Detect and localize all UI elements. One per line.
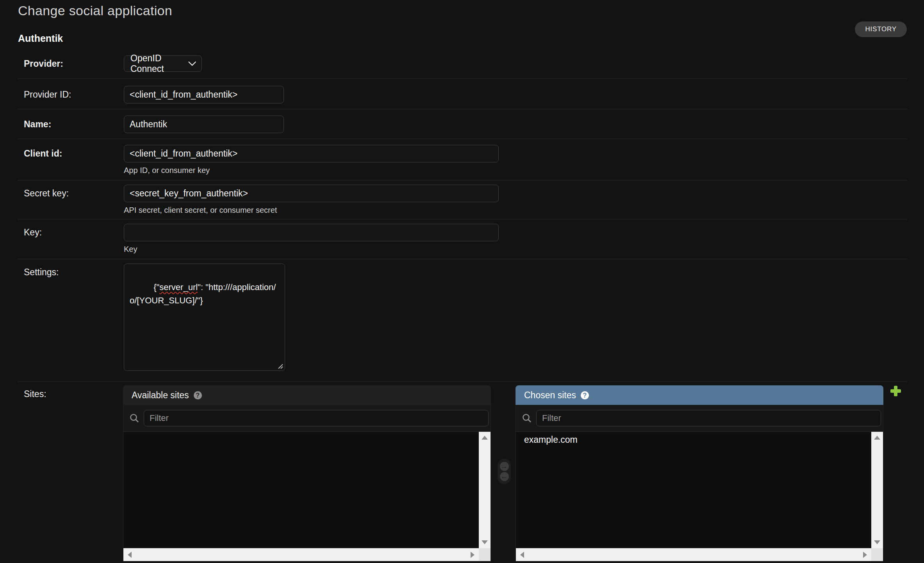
key-label: Key:: [18, 219, 124, 259]
secret-key-label: Secret key:: [18, 180, 124, 219]
client-id-input[interactable]: [124, 145, 499, 162]
secret-key-row: Secret key: API secret, client secret, o…: [18, 180, 907, 219]
settings-label: Settings:: [18, 259, 124, 381]
provider-id-input[interactable]: [124, 86, 284, 103]
name-row: Name:: [18, 109, 907, 139]
name-input[interactable]: [124, 116, 284, 133]
client-id-label: Client id:: [18, 139, 124, 180]
remove-arrow-button[interactable]: ←: [500, 472, 509, 481]
available-filter-input[interactable]: [144, 410, 489, 426]
available-horizontal-scrollbar[interactable]: [123, 548, 479, 561]
client-id-row: Client id: App ID, or consumer key: [18, 139, 907, 180]
available-vertical-scrollbar[interactable]: [479, 432, 491, 548]
sites-row: Sites: Available sites?: [18, 382, 907, 563]
sites-label: Sites:: [24, 389, 46, 399]
provider-id-label: Provider ID:: [18, 79, 124, 109]
transfer-buttons: → ←: [498, 459, 511, 484]
chosen-sites-header: Chosen sites?: [516, 385, 883, 405]
secret-key-input[interactable]: [124, 185, 499, 202]
history-button[interactable]: HISTORY: [855, 21, 907, 37]
scroll-left-icon[interactable]: [520, 552, 524, 558]
chevron-down-icon: [188, 61, 196, 67]
add-site-button[interactable]: [890, 386, 901, 396]
search-icon: [129, 413, 139, 423]
change-social-application-page: Change social application HISTORY Authen…: [0, 0, 924, 563]
scroll-down-icon[interactable]: [874, 540, 880, 544]
available-sites-list[interactable]: [123, 431, 491, 561]
chosen-vertical-scrollbar[interactable]: [871, 432, 883, 548]
available-sites-title: Available sites: [132, 390, 189, 400]
available-sites-header: Available sites?: [123, 385, 491, 405]
key-input[interactable]: [124, 224, 499, 241]
help-icon[interactable]: ?: [581, 391, 589, 399]
available-filter-bar: [123, 405, 491, 431]
choose-arrow-button[interactable]: →: [500, 462, 509, 471]
scroll-right-icon[interactable]: [471, 552, 474, 558]
scroll-right-icon[interactable]: [863, 552, 867, 558]
scrollbar-corner: [871, 548, 883, 561]
chosen-sites-panel: Chosen sites? example.com: [516, 385, 883, 561]
key-row: Key: Key: [18, 219, 907, 259]
client-id-help: App ID, or consumer key: [124, 166, 907, 175]
resize-handle-icon[interactable]: [277, 363, 284, 369]
provider-select[interactable]: OpenID Connect: [124, 55, 202, 72]
page-title: Change social application: [18, 3, 172, 18]
chosen-sites-title: Chosen sites: [524, 390, 576, 400]
key-help: Key: [124, 245, 907, 254]
scrollbar-corner: [479, 548, 491, 561]
chosen-filter-input[interactable]: [536, 410, 881, 426]
available-sites-panel: Available sites?: [123, 385, 491, 561]
settings-value: {"server_url": "http:///application/o/[Y…: [130, 282, 276, 305]
settings-textarea[interactable]: {"server_url": "http:///application/o/[Y…: [124, 264, 285, 371]
provider-row: Provider: OpenID Connect: [18, 47, 907, 79]
scroll-up-icon[interactable]: [482, 436, 488, 440]
object-heading: Authentik: [18, 33, 63, 44]
help-icon[interactable]: ?: [194, 391, 202, 399]
provider-label: Provider:: [18, 47, 124, 78]
chosen-horizontal-scrollbar[interactable]: [516, 548, 871, 561]
scroll-down-icon[interactable]: [482, 540, 488, 544]
scroll-up-icon[interactable]: [874, 436, 880, 440]
chosen-site-item[interactable]: example.com: [516, 432, 883, 445]
secret-key-help: API secret, client secret, or consumer s…: [124, 206, 907, 215]
change-form: Provider: OpenID Connect Provider ID: Na…: [18, 47, 907, 563]
chosen-sites-list[interactable]: example.com: [516, 431, 883, 561]
chosen-filter-bar: [516, 405, 883, 431]
settings-row: Settings: {"server_url": "http:///applic…: [18, 259, 907, 382]
provider-id-row: Provider ID:: [18, 79, 907, 109]
search-icon: [522, 413, 532, 423]
name-label: Name:: [18, 109, 124, 139]
provider-selected-option: OpenID Connect: [124, 53, 188, 74]
scroll-left-icon[interactable]: [128, 552, 132, 558]
